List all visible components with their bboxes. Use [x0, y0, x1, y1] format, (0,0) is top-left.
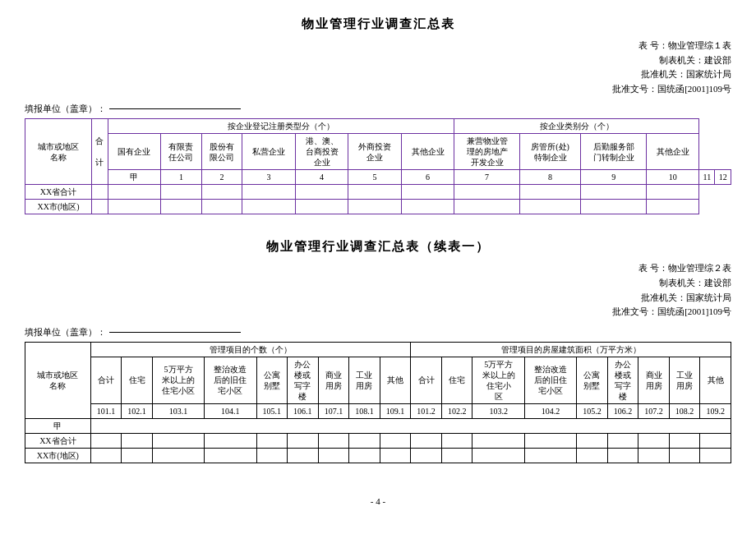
meta-doc: 批准文号：国统函[2001]109号 [612, 82, 731, 97]
row-province-label: XX省合计 [25, 185, 92, 200]
s2-n1-109: 109.1 [380, 403, 411, 418]
num-12: 12 [715, 170, 731, 185]
col-housing: 房管所(处)特制企业 [519, 134, 581, 170]
fill-label2: 填报单位（盖章）： [25, 326, 106, 338]
s2-n1-103: 103.1 [152, 403, 204, 418]
s2-n1-108: 108.1 [349, 403, 380, 418]
s2-n2-105: 105.2 [577, 403, 608, 418]
section1-meta: 表 号：物业管理综１表 制表机关：建设部 批准机关：国家统计局 批准文号：国统函… [612, 39, 731, 96]
col-total: 合计 [92, 119, 108, 185]
s2-n2-108: 108.2 [669, 403, 700, 418]
fill-underline2 [109, 332, 241, 333]
s2-g1-renov: 整治改造后的旧住宅小区 [205, 357, 256, 403]
section2-title: 物业管理行业调查汇总表（续表一） [25, 239, 731, 255]
s2-n2-106: 106.2 [607, 403, 638, 418]
col-city-name: 城市或地区名称 [25, 119, 92, 185]
num-10: 10 [646, 170, 699, 185]
s2-header-count: 管理项目的个数（个） [90, 342, 411, 357]
s2-g1-big: 5万平方米以上的住宅小区 [152, 357, 204, 403]
col-realestate: 兼营物业管理的房地产开发企业 [454, 134, 520, 170]
num-4: 4 [295, 170, 348, 185]
s2-g2-renov: 整治改造后的旧住宅小区 [524, 357, 576, 403]
s2-city-label: XX市(地区) [25, 448, 91, 463]
s2-g2-resid: 住宅 [441, 357, 472, 403]
col-private: 私营企业 [242, 134, 296, 170]
section1-table: 城市或地区名称 合计 按企业登记注册类型分（个） 按企业类别分（个） 国有企业 … [25, 118, 731, 214]
s2-n1-105: 105.1 [256, 403, 288, 418]
s2-header-area: 管理项目的房屋建筑面积（万平方米） [411, 342, 731, 357]
fill-line1: 填报单位（盖章）： [25, 103, 731, 115]
num-6: 6 [401, 170, 454, 185]
col-limited: 有限责任公司 [161, 134, 202, 170]
meta-approved: 批准机关：国家统计局 [641, 67, 731, 82]
s2-g2-industrial: 工业用房 [669, 357, 700, 403]
num-7: 7 [454, 170, 520, 185]
s2-g2-commercial: 商业用房 [638, 357, 670, 403]
page-content: 物业管理行业调查汇总表 表 号：物业管理综１表 制表机关：建设部 批准机关：国家… [25, 16, 731, 506]
col-other2: 其他企业 [646, 134, 699, 170]
s2-n2-109: 109.2 [700, 403, 731, 418]
s2-col-city: 城市或地区名称 [25, 342, 91, 418]
row-province: XX省合计 [25, 185, 731, 200]
meta2-table-num: 表 号：物业管理综２表 [638, 261, 731, 276]
s2-n2-103: 103.2 [472, 403, 524, 418]
s2-row-city: XX市(地区) [25, 448, 731, 463]
fill-line2: 填报单位（盖章）： [25, 326, 731, 338]
section1: 物业管理行业调查汇总表 表 号：物业管理综１表 制表机关：建设部 批准机关：国家… [25, 16, 731, 214]
num-3: 3 [242, 170, 296, 185]
meta2-dept: 制表机关：建设部 [659, 276, 731, 291]
section2-meta: 表 号：物业管理综２表 制表机关：建设部 批准机关：国家统计局 批准文号：国统函… [612, 261, 731, 319]
col-hkmo: 港、澳、台商投资企业 [295, 134, 348, 170]
num-jia: 甲 [108, 170, 161, 185]
s2-g2-office: 办公楼或写字楼 [607, 357, 638, 403]
header-type: 按企业登记注册类型分（个） [108, 119, 454, 134]
section2-table: 城市或地区名称 管理项目的个数（个） 管理项目的房屋建筑面积（万平方米） 合计 … [25, 342, 731, 463]
s2-g1-apt: 公寓别墅 [256, 357, 288, 403]
section2: 物业管理行业调查汇总表（续表一） 表 号：物业管理综２表 制表机关：建设部 批准… [25, 239, 731, 463]
s2-n2-104: 104.2 [524, 403, 576, 418]
s2-n1-104: 104.1 [205, 403, 256, 418]
s2-g2-other: 其他 [700, 357, 731, 403]
header-category: 按企业类别分（个） [454, 119, 699, 134]
s2-n1-101: 101.1 [90, 403, 122, 418]
s2-g1-commercial: 商业用房 [318, 357, 349, 403]
col-share: 股份有限公司 [201, 134, 242, 170]
col-logistics: 后勤服务部门转制企业 [581, 134, 647, 170]
s2-g1-resid: 住宅 [122, 357, 153, 403]
s2-province-label: XX省合计 [25, 433, 91, 448]
num-2: 2 [201, 170, 242, 185]
fill-underline1 [109, 108, 241, 109]
s2-n1-102: 102.1 [122, 403, 153, 418]
meta-table-num: 表 号：物业管理综１表 [638, 39, 731, 53]
section1-title: 物业管理行业调查汇总表 [25, 16, 731, 32]
num-8: 8 [519, 170, 581, 185]
s2-g2-big: 5万平方米以上的住宅小区 [472, 357, 524, 403]
s2-row-province: XX省合计 [25, 433, 731, 448]
num-1: 1 [161, 170, 202, 185]
col-other1: 其他企业 [401, 134, 454, 170]
row-city-label: XX市(地区) [25, 200, 92, 214]
s2-g1-total: 合计 [90, 357, 122, 403]
page-number: - 4 - [25, 496, 731, 506]
s2-n1-106: 106.1 [288, 403, 319, 418]
s2-n1-107: 107.1 [318, 403, 349, 418]
row-city: XX市(地区) [25, 200, 731, 214]
col-foreign: 外商投资企业 [348, 134, 402, 170]
s2-n2-102: 102.2 [441, 403, 472, 418]
s2-row-num-header: 甲 [25, 418, 91, 433]
num-11: 11 [699, 170, 715, 185]
s2-n2-101: 101.2 [411, 403, 442, 418]
num-9: 9 [581, 170, 647, 185]
num-5: 5 [348, 170, 402, 185]
s2-g1-other: 其他 [380, 357, 411, 403]
s2-g1-office: 办公楼或写字楼 [288, 357, 319, 403]
meta-dept: 制表机关：建设部 [659, 53, 731, 68]
meta2-doc: 批准文号：国统函[2001]109号 [612, 305, 731, 320]
s2-g1-industrial: 工业用房 [349, 357, 380, 403]
s2-n2-107: 107.2 [638, 403, 670, 418]
fill-label1: 填报单位（盖章）： [25, 103, 106, 115]
s2-g2-apt: 公寓别墅 [577, 357, 608, 403]
col-state: 国有企业 [108, 134, 161, 170]
s2-g2-total: 合计 [411, 357, 442, 403]
meta2-approved: 批准机关：国家统计局 [641, 291, 731, 306]
